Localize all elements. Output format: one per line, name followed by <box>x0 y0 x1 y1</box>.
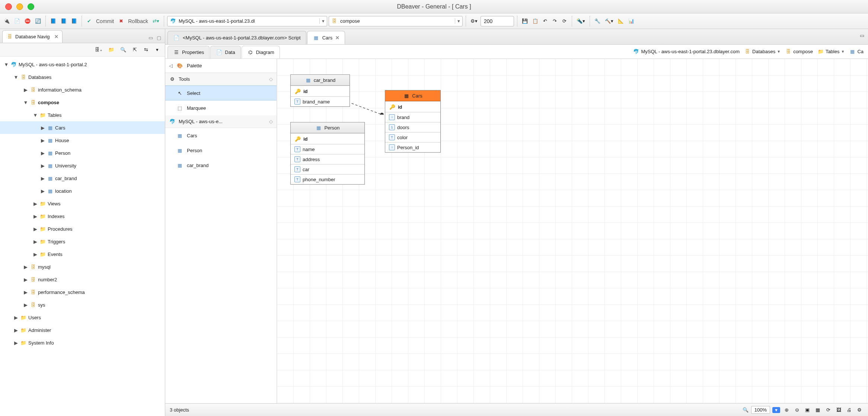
rollback-label[interactable]: Rollback <box>127 18 150 24</box>
disclosure-icon[interactable]: ▶ <box>40 138 45 143</box>
disclosure-icon[interactable]: ▶ <box>23 289 28 295</box>
search-icon[interactable]: 🔦▾ <box>575 16 587 26</box>
tool3-icon[interactable]: 📐 <box>616 16 625 26</box>
disclosure-icon[interactable]: ▶ <box>33 226 38 232</box>
disclosure-icon[interactable]: ▼ <box>23 100 28 105</box>
disclosure-icon[interactable]: ▶ <box>13 315 19 320</box>
save-icon[interactable]: 💾 <box>520 16 529 26</box>
disclosure-icon[interactable]: ▼ <box>13 74 19 80</box>
disclosure-icon[interactable]: ▶ <box>23 277 28 282</box>
tx-mode-icon[interactable]: ⇄▾ <box>151 16 161 26</box>
palette-table-item[interactable]: ▦car_brand <box>165 158 277 173</box>
zoom-value[interactable]: 100% <box>751 406 770 414</box>
fit-icon[interactable]: ▣ <box>803 405 811 415</box>
disclosure-icon[interactable]: ▶ <box>23 87 28 93</box>
tree-item[interactable]: ▼🗄Databases <box>0 71 165 83</box>
palette-tool-select[interactable]: ↖ Select <box>165 86 277 100</box>
tree-item[interactable]: ▶📁System Info <box>0 336 165 349</box>
tree-item[interactable]: ▶▦University <box>0 159 165 172</box>
refresh-diagram-icon[interactable]: ⟳ <box>824 405 832 415</box>
tree-item[interactable]: ▶🗄performance_schema <box>0 286 165 298</box>
tree-item[interactable]: ▶📁Events <box>0 248 165 260</box>
commit-icon[interactable]: ✔ <box>85 16 93 26</box>
disclosure-icon[interactable]: ▶ <box>40 176 45 181</box>
disclosure-icon[interactable]: ▼ <box>33 112 38 118</box>
er-column[interactable]: 🔑id <box>385 101 440 112</box>
disclosure-icon[interactable]: ▶ <box>13 327 19 333</box>
disclosure-icon[interactable]: ▶ <box>13 340 19 346</box>
print-icon[interactable]: 🖨 <box>845 405 853 415</box>
sql-editor-recent-icon[interactable]: 📘 <box>59 16 68 26</box>
tool4-icon[interactable]: 📊 <box>627 16 636 26</box>
er-column[interactable]: Taddress <box>291 154 364 164</box>
tree-item[interactable]: ▼📁Tables <box>0 109 165 121</box>
tree-item[interactable]: ▶🗄sys <box>0 298 165 311</box>
disclosure-icon[interactable]: ▶ <box>40 188 45 194</box>
subtab-data[interactable]: 📄 Data <box>210 46 240 58</box>
tree-item[interactable]: ▶▦location <box>0 185 165 197</box>
tree-item[interactable]: ▼🐬MySQL - aws-us-east-1-portal.2 <box>0 58 165 71</box>
er-column[interactable]: Tphone_number <box>291 174 364 184</box>
tree-item[interactable]: ▼🗄compose <box>0 96 165 109</box>
tree-item[interactable]: ▶🗄mysql <box>0 260 165 273</box>
connection-selector[interactable]: 🐬 MySQL - aws-us-east-1-portal.23.dl ▾ <box>167 16 327 26</box>
filter-icon[interactable]: 🔍 <box>119 45 128 55</box>
rollback-icon[interactable]: ✖ <box>117 16 125 26</box>
disclosure-icon[interactable]: ▶ <box>33 252 38 257</box>
collapse-all-icon[interactable]: ⇱ <box>131 45 139 55</box>
disclosure-icon[interactable]: ▶ <box>40 163 45 169</box>
tab-cars[interactable]: ▦ Cars ✕ <box>307 31 345 44</box>
er-column[interactable]: Tname <box>291 144 364 154</box>
palette-table-item[interactable]: ▦Cars <box>165 128 277 143</box>
disclosure-icon[interactable]: ▶ <box>33 239 38 244</box>
crumb-table[interactable]: ▦Ca <box>849 48 864 55</box>
palette-section-conn[interactable]: 🐬 MySQL - aws-us-e... ◇ <box>165 115 277 128</box>
tool1-icon[interactable]: 🔧 <box>593 16 602 26</box>
er-column[interactable]: Tcolor <box>385 132 440 142</box>
schema-selector[interactable]: 🗄 compose ▾ <box>329 16 463 26</box>
zoom-dropdown-icon[interactable]: ▼ <box>772 407 780 413</box>
disclosure-icon[interactable]: ▶ <box>40 150 45 156</box>
row-limit-input[interactable] <box>481 16 514 26</box>
navigator-tree[interactable]: ▼🐬MySQL - aws-us-east-1-portal.2▼🗄Databa… <box>0 57 165 416</box>
grid-icon[interactable]: ▦ <box>814 405 822 415</box>
palette-back-icon[interactable]: ◁ <box>169 63 173 68</box>
new-sql-icon[interactable]: 📄 <box>13 16 22 26</box>
er-column[interactable]: 1doors <box>385 122 440 132</box>
tree-item[interactable]: ▶📁Indexes <box>0 210 165 223</box>
disclosure-icon[interactable]: ▶ <box>23 264 28 270</box>
er-table-carbrand[interactable]: ▦car_brand 🔑idTbrand_name <box>290 74 350 107</box>
er-column[interactable]: 🔑id <box>291 86 350 96</box>
tree-item[interactable]: ▶📁Procedures <box>0 223 165 235</box>
close-icon[interactable]: ✕ <box>54 34 58 39</box>
commit-label[interactable]: Commit <box>95 18 115 24</box>
tree-item[interactable]: ▶📁Administer <box>0 324 165 336</box>
new-conn-icon[interactable]: 🗄₊ <box>93 45 104 55</box>
tree-item[interactable]: ▶▦Cars <box>0 121 165 134</box>
er-column[interactable]: 🔑id <box>291 133 364 144</box>
export-icon[interactable]: 🖼 <box>835 405 843 415</box>
refresh-icon[interactable]: ⟳ <box>561 16 569 26</box>
tool2-icon[interactable]: 🔨▾ <box>603 16 615 26</box>
crumb-tables[interactable]: 📁Tables▼ <box>817 48 845 55</box>
minimize-view-icon[interactable]: ▭ <box>149 35 153 41</box>
disclosure-icon[interactable]: ▶ <box>40 125 45 131</box>
result-options-icon[interactable]: ⚙▾ <box>469 16 479 26</box>
sidebar-tab-navigator[interactable]: 🗄 Database Navig ✕ <box>2 30 63 43</box>
pin-icon[interactable]: ◇ <box>269 76 273 82</box>
sql-editor-new-icon[interactable]: 📘 <box>70 16 79 26</box>
disconnect-icon[interactable]: ⛔ <box>23 16 32 26</box>
tree-item[interactable]: ▶▦Person <box>0 147 165 159</box>
crumb-databases[interactable]: 🗄Databases▼ <box>744 48 781 55</box>
er-table-cars[interactable]: ▦Cars 🔑id⌗brand1doorsTcolor⌗Person_id <box>385 90 441 153</box>
settings-icon[interactable]: ⚙ <box>855 405 864 415</box>
tree-item[interactable]: ▶📁Users <box>0 311 165 324</box>
link-editor-icon[interactable]: ⇆ <box>142 45 150 55</box>
zoom-out-icon[interactable]: ⊖ <box>793 405 801 415</box>
new-folder-icon[interactable]: 📁 <box>107 45 116 55</box>
disclosure-icon[interactable]: ▶ <box>23 302 28 308</box>
redo-icon[interactable]: ↷ <box>551 16 559 26</box>
disclosure-icon[interactable]: ▼ <box>4 62 9 67</box>
tree-item[interactable]: ▶🗄number2 <box>0 273 165 286</box>
er-column[interactable]: ⌗Person_id <box>385 142 440 152</box>
